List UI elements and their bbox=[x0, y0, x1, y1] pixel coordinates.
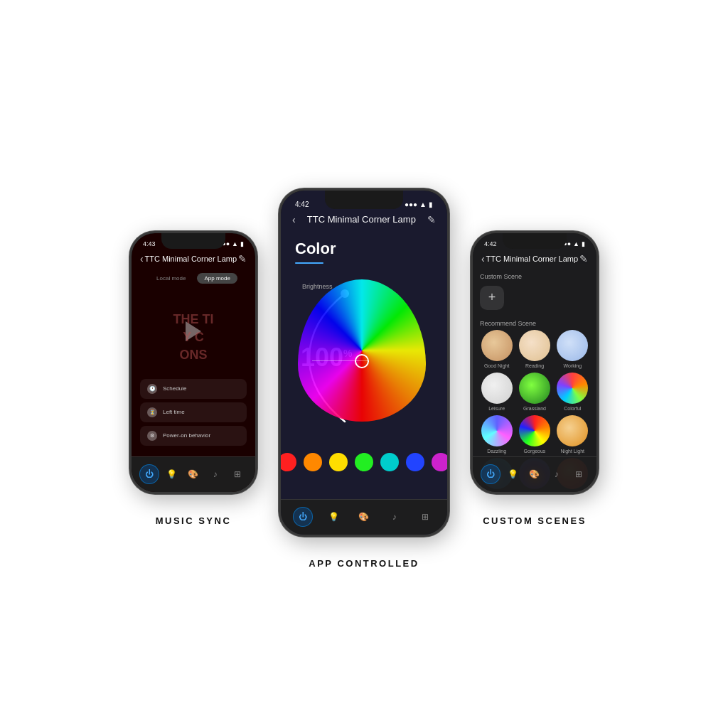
right-nav-power[interactable]: ⏻ bbox=[481, 464, 500, 484]
left-phone-screen: 4:43 ●●● ▲ ▮ ‹ TTC Minimal Corner Lamp ✎… bbox=[132, 233, 255, 492]
color-swatches bbox=[281, 443, 447, 478]
swatch-green[interactable] bbox=[355, 453, 373, 471]
scene-reading-circle bbox=[519, 330, 550, 361]
left-edit-icon[interactable]: ✎ bbox=[238, 253, 247, 264]
center-phone-notch bbox=[325, 191, 403, 209]
center-nav-bulb[interactable]: 💡 bbox=[323, 507, 343, 527]
scene-dazzling-circle bbox=[481, 415, 513, 446]
left-nav-music[interactable]: ♪ bbox=[205, 464, 225, 484]
center-signal-icon: ●●● bbox=[405, 200, 417, 208]
left-mode-tabs: Local mode App mode bbox=[132, 269, 255, 288]
scene-good-night[interactable]: Good Night bbox=[480, 330, 513, 368]
left-nav-bulb[interactable]: 💡 bbox=[161, 464, 181, 484]
schedule-label: Schedule bbox=[163, 385, 186, 392]
swatch-blue[interactable] bbox=[406, 453, 424, 471]
color-underline bbox=[295, 262, 323, 264]
right-battery-icon: ▮ bbox=[582, 240, 585, 247]
scene-night-light-circle bbox=[557, 415, 588, 446]
scene-dazzling-label: Dazzling bbox=[487, 449, 506, 454]
right-top-bar: ‹ TTC Minimal Corner Lamp ✎ bbox=[473, 250, 596, 269]
swatch-orange[interactable] bbox=[304, 453, 322, 471]
left-bottom-nav: ⏻ 💡 🎨 ♪ ⊞ bbox=[132, 456, 255, 492]
swatch-red[interactable] bbox=[281, 453, 296, 471]
swatch-purple[interactable] bbox=[432, 453, 447, 471]
right-bottom-nav: ⏻ 💡 🎨 ♪ ⊞ bbox=[473, 456, 596, 492]
scene-colorful[interactable]: Colorful bbox=[556, 373, 589, 411]
swatch-yellow[interactable] bbox=[329, 453, 348, 471]
left-watermark: THE TIY CONS bbox=[132, 311, 255, 365]
scene-reading-label: Reading bbox=[525, 363, 544, 368]
swatch-cyan[interactable] bbox=[380, 453, 399, 471]
scene-working[interactable]: Working bbox=[556, 330, 589, 368]
schedule-icon: 🕐 bbox=[147, 384, 157, 394]
left-back-icon[interactable]: ‹ bbox=[140, 253, 144, 264]
scene-dazzling[interactable]: Dazzling bbox=[480, 415, 513, 454]
color-title: Color bbox=[281, 231, 447, 261]
color-selector-line bbox=[312, 360, 369, 361]
scene-good-night-circle bbox=[481, 330, 513, 361]
left-phone-section: 4:43 ●●● ▲ ▮ ‹ TTC Minimal Corner Lamp ✎… bbox=[129, 231, 257, 526]
color-wheel-area[interactable]: Brightness 100% bbox=[288, 272, 440, 443]
battery-icon: ▮ bbox=[240, 240, 244, 247]
center-edit-icon[interactable]: ✎ bbox=[427, 214, 436, 225]
center-phone-section: 4:42 ●●● ▲ ▮ ‹ TTC Minimal Corner Lamp ✎… bbox=[279, 188, 449, 569]
scene-grassland[interactable]: Grassland bbox=[518, 373, 551, 411]
scene-grassland-label: Grassland bbox=[523, 406, 546, 411]
timer-icon: ⏳ bbox=[147, 407, 157, 417]
center-nav-color[interactable]: 🎨 bbox=[354, 507, 374, 527]
center-battery-icon: ▮ bbox=[429, 200, 433, 208]
scene-working-label: Working bbox=[564, 363, 582, 368]
center-phone-screen: 4:42 ●●● ▲ ▮ ‹ TTC Minimal Corner Lamp ✎… bbox=[281, 191, 447, 535]
center-nav-grid[interactable]: ⊞ bbox=[415, 507, 435, 527]
custom-scene-row: + bbox=[473, 283, 596, 316]
custom-scene-label: Custom Scene bbox=[473, 269, 596, 283]
right-phone-notch bbox=[503, 233, 567, 249]
center-time: 4:42 bbox=[295, 200, 309, 208]
center-title: TTC Minimal Corner Lamp bbox=[307, 214, 416, 225]
power-on-icon: ⚙ bbox=[147, 431, 157, 441]
center-bottom-nav: ⏻ 💡 🎨 ♪ ⊞ bbox=[281, 499, 447, 535]
scene-good-night-label: Good Night bbox=[484, 363, 509, 368]
scene-reading[interactable]: Reading bbox=[518, 330, 551, 368]
center-status-icons: ●●● ▲ ▮ bbox=[405, 200, 433, 208]
left-time: 4:43 bbox=[143, 240, 156, 247]
left-nav-power[interactable]: ⏻ bbox=[139, 464, 159, 484]
left-time-item[interactable]: ⏳ Left time bbox=[140, 402, 247, 422]
right-wifi-icon: ▲ bbox=[573, 240, 579, 247]
app-mode-tab[interactable]: App mode bbox=[197, 273, 237, 284]
left-caption: MUSIC SYNC bbox=[156, 515, 232, 526]
right-nav-grid[interactable]: ⊞ bbox=[569, 464, 589, 484]
center-back-icon[interactable]: ‹ bbox=[292, 214, 296, 225]
scene-gorgeous-circle bbox=[519, 415, 550, 446]
scene-night-light[interactable]: Night Light bbox=[556, 415, 589, 454]
scene-night-light-label: Night Light bbox=[561, 449, 584, 454]
scene-colorful-circle bbox=[557, 373, 588, 404]
color-selector-dot[interactable] bbox=[355, 354, 369, 368]
power-on-label: Power-on behavior bbox=[163, 432, 210, 439]
add-scene-button[interactable]: + bbox=[480, 286, 504, 310]
right-back-icon[interactable]: ‹ bbox=[481, 253, 485, 264]
left-title: TTC Minimal Corner Lamp bbox=[145, 255, 237, 263]
scene-colorful-label: Colorful bbox=[564, 406, 581, 411]
right-phone-screen: 4:42 ●●● ▲ ▮ ‹ TTC Minimal Corner Lamp ✎… bbox=[473, 233, 596, 492]
right-nav-bulb[interactable]: 💡 bbox=[503, 464, 523, 484]
center-wifi-icon: ▲ bbox=[419, 200, 427, 208]
left-nav-grid[interactable]: ⊞ bbox=[228, 464, 247, 484]
left-phone-notch bbox=[161, 233, 225, 249]
scene-gorgeous[interactable]: Gorgeous bbox=[518, 415, 551, 454]
schedule-item[interactable]: 🕐 Schedule bbox=[140, 379, 247, 399]
right-phone-section: 4:42 ●●● ▲ ▮ ‹ TTC Minimal Corner Lamp ✎… bbox=[471, 231, 599, 526]
right-nav-color[interactable]: 🎨 bbox=[525, 464, 545, 484]
left-phone: 4:43 ●●● ▲ ▮ ‹ TTC Minimal Corner Lamp ✎… bbox=[129, 231, 257, 494]
center-caption: APP CONTROLLED bbox=[309, 558, 419, 569]
right-edit-icon[interactable]: ✎ bbox=[579, 253, 588, 264]
center-nav-power[interactable]: ⏻ bbox=[293, 507, 313, 527]
right-time: 4:42 bbox=[484, 240, 497, 247]
left-menu-items: 🕐 Schedule ⏳ Left time ⚙ Power-on behavi… bbox=[132, 379, 255, 449]
power-on-item[interactable]: ⚙ Power-on behavior bbox=[140, 426, 247, 446]
local-mode-tab[interactable]: Local mode bbox=[149, 273, 193, 284]
right-nav-music[interactable]: ♪ bbox=[547, 464, 567, 484]
scene-leisure[interactable]: Leisure bbox=[480, 373, 513, 411]
left-nav-color[interactable]: 🎨 bbox=[183, 464, 203, 484]
center-nav-music[interactable]: ♪ bbox=[385, 507, 405, 527]
